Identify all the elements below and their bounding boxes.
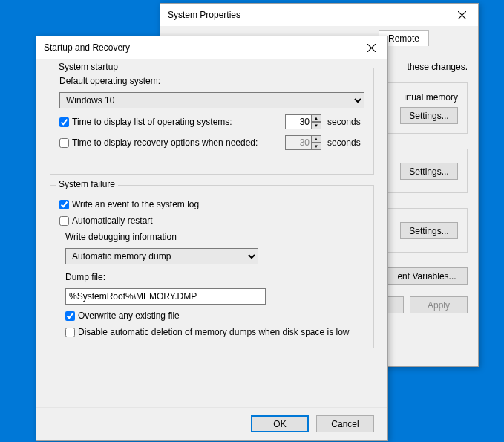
auto-restart-label: Automatically restart [72,215,153,226]
time-os-checkbox-row[interactable]: Time to display list of operating system… [59,117,232,127]
system-startup-legend: System startup [56,62,121,72]
time-recovery-label: Time to display recovery options when ne… [72,137,258,148]
settings-button-2[interactable]: Settings... [400,163,458,180]
system-startup-group: System startup Default operating system:… [50,68,374,175]
write-event-checkbox[interactable] [59,200,69,209]
disable-delete-checkbox[interactable] [65,328,75,337]
default-os-select[interactable]: Windows 10 [59,92,364,108]
time-os-checkbox[interactable] [59,117,69,127]
time-os-spinner[interactable] [285,114,312,129]
disable-delete-label: Disable automatic deletion of memory dum… [78,327,350,337]
environment-variables-button[interactable]: ent Variables... [386,267,468,285]
time-recovery-checkbox-row[interactable]: Time to display recovery options when ne… [59,137,258,148]
write-event-row[interactable]: Write an event to the system log [59,199,199,209]
chevron-up-icon: ▲ [311,135,321,143]
seconds-label: seconds [327,117,364,127]
time-os-label: Time to display list of operating system… [72,117,232,127]
disable-delete-row[interactable]: Disable automatic deletion of memory dum… [65,327,350,337]
bg-titlebar: System Properties [160,4,478,26]
chevron-up-icon[interactable]: ▲ [311,114,321,122]
startup-recovery-window: Startup and Recovery System startup Defa… [36,36,388,441]
bg-title: System Properties [168,10,240,20]
auto-restart-row[interactable]: Automatically restart [59,215,153,226]
system-failure-group: System failure Write an event to the sys… [50,185,374,348]
fg-body: System startup Default operating system:… [36,59,387,407]
dump-file-input[interactable] [65,288,266,305]
chevron-down-icon[interactable]: ▼ [311,122,321,129]
cancel-button[interactable]: Cancel [316,415,374,432]
spinner-buttons-disabled: ▲ ▼ [311,135,321,150]
ok-button[interactable]: OK [251,415,309,432]
overwrite-row[interactable]: Overwrite any existing file [65,311,180,321]
time-recovery-checkbox[interactable] [59,138,69,148]
dump-file-label: Dump file: [65,272,364,282]
auto-restart-checkbox[interactable] [59,216,69,226]
write-debug-label: Write debugging information [65,232,364,242]
chevron-down-icon: ▼ [311,143,321,150]
fg-bottom-bar: OK Cancel [36,407,387,440]
seconds-label: seconds [327,137,364,148]
spinner-buttons[interactable]: ▲ ▼ [311,114,321,129]
settings-button-3[interactable]: Settings... [400,222,458,239]
fg-titlebar: Startup and Recovery [36,36,387,59]
default-os-label: Default operating system: [59,76,364,86]
close-icon[interactable] [362,39,380,56]
settings-button-1[interactable]: Settings... [400,107,458,124]
time-recovery-spinner [285,135,312,150]
fg-title: Startup and Recovery [44,42,130,53]
write-event-label: Write an event to the system log [72,199,199,209]
system-failure-legend: System failure [56,179,118,189]
bg-apply-button[interactable]: Apply [410,296,468,313]
close-icon[interactable] [453,6,471,24]
overwrite-checkbox[interactable] [65,311,75,321]
debug-info-select[interactable]: Automatic memory dump [65,248,258,264]
overwrite-label: Overwrite any existing file [78,311,180,321]
